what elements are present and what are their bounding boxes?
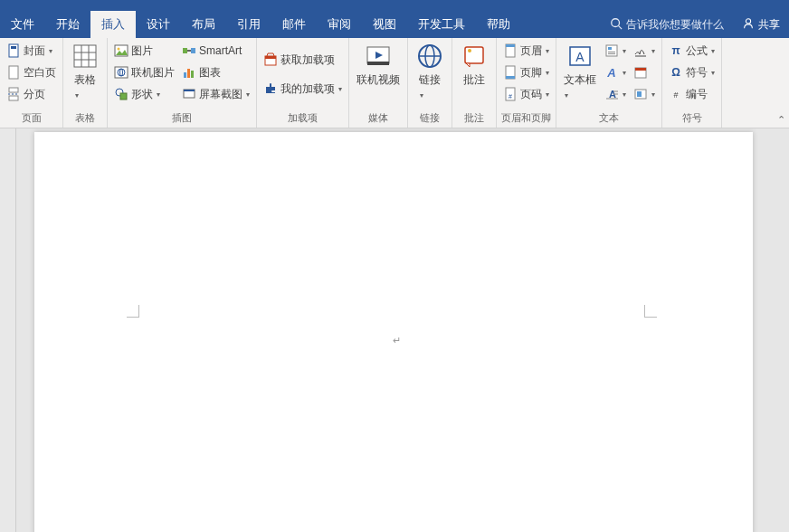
- chevron-down-icon: ▾: [546, 47, 549, 55]
- chevron-down-icon: ▾: [623, 69, 626, 77]
- shapes-label: 形状: [131, 87, 153, 102]
- svg-rect-7: [9, 96, 18, 100]
- header-button[interactable]: 页眉▾: [500, 40, 552, 62]
- smartart-button[interactable]: SmartArt: [179, 40, 252, 62]
- pictures-button[interactable]: 图片: [111, 40, 177, 62]
- object-button[interactable]: ▾: [631, 83, 658, 105]
- svg-rect-5: [9, 66, 18, 79]
- page-break-button[interactable]: 分页: [4, 83, 59, 105]
- group-illustrations: 图片 联机图片 形状▾ SmartArt 图表: [108, 38, 257, 128]
- svg-rect-46: [608, 47, 612, 50]
- pictures-icon: [114, 43, 128, 58]
- table-label: 表格: [74, 73, 96, 86]
- number-button[interactable]: # 编号: [666, 83, 718, 105]
- wordart-icon: A: [604, 65, 619, 80]
- menu-review[interactable]: 审阅: [317, 11, 362, 38]
- svg-rect-29: [265, 56, 276, 59]
- chevron-down-icon: ▾: [623, 47, 626, 55]
- group-symbols: π 公式▾ Ω 符号▾ # 编号 符号: [662, 38, 722, 128]
- svg-rect-22: [191, 48, 195, 53]
- signature-button[interactable]: ▾: [631, 40, 658, 62]
- svg-point-15: [118, 48, 120, 51]
- svg-rect-25: [191, 71, 194, 78]
- chevron-down-icon: ▾: [338, 85, 342, 93]
- svg-point-0: [612, 18, 620, 26]
- wordart-button[interactable]: A▾: [602, 62, 629, 83]
- svg-rect-21: [183, 48, 187, 53]
- menu-file[interactable]: 文件: [0, 11, 45, 38]
- header-label: 页眉: [520, 43, 542, 59]
- collapse-ribbon-button[interactable]: ⌃: [777, 114, 785, 126]
- onlinevideo-label: 联机视频: [356, 72, 400, 88]
- equation-button[interactable]: π 公式▾: [666, 40, 718, 62]
- table-button[interactable]: 表格▾: [67, 40, 103, 102]
- pagebreak-label: 分页: [24, 87, 45, 102]
- chevron-down-icon: ▾: [246, 90, 250, 99]
- group-pages: 封面▾ 空白页 分页 页面: [0, 38, 63, 128]
- group-media: 联机视频 媒体: [349, 38, 408, 128]
- chart-button[interactable]: 图表: [179, 62, 252, 83]
- chevron-down-icon: ▾: [546, 90, 549, 99]
- blank-page-icon: [6, 65, 21, 80]
- menu-view[interactable]: 视图: [362, 11, 407, 38]
- menu-help[interactable]: 帮助: [476, 11, 521, 38]
- page-number-button[interactable]: # 页码▾: [500, 83, 552, 105]
- symbol-icon: Ω: [669, 66, 683, 79]
- online-pictures-button[interactable]: 联机图片: [111, 62, 177, 83]
- menubar: 文件 开始 插入 设计 布局 引用 邮件 审阅 视图 开发工具 帮助 告诉我你想…: [0, 11, 789, 38]
- group-addins: 获取加载项 我的加载项▾ 加载项: [257, 38, 349, 128]
- links-button[interactable]: 链接▾: [412, 40, 448, 102]
- group-headerfooter: 页眉▾ 页脚▾ # 页码▾ 页眉和页脚: [497, 38, 556, 128]
- svg-rect-4: [11, 46, 16, 49]
- smartart-label: SmartArt: [199, 44, 242, 57]
- menu-insert[interactable]: 插入: [90, 11, 136, 38]
- chevron-down-icon: ▾: [49, 47, 52, 55]
- document-page[interactable]: [34, 132, 753, 532]
- svg-rect-20: [120, 93, 127, 100]
- number-label: 编号: [686, 87, 708, 102]
- shapes-button[interactable]: 形状▾: [111, 83, 177, 105]
- margin-marker-tl: [127, 305, 139, 318]
- get-addins-button[interactable]: 获取加载项: [261, 49, 345, 71]
- vertical-ruler[interactable]: [0, 128, 16, 532]
- cover-page-button[interactable]: 封面▾: [4, 40, 59, 62]
- svg-rect-58: [637, 91, 642, 97]
- textbox-icon: A: [566, 42, 594, 71]
- pagenum-icon: #: [503, 87, 518, 101]
- menu-layout[interactable]: 布局: [181, 11, 226, 38]
- cover-label: 封面: [24, 43, 45, 59]
- comment-button[interactable]: 批注: [456, 40, 492, 90]
- svg-rect-40: [506, 76, 515, 79]
- screenshot-button[interactable]: 屏幕截图▾: [179, 83, 252, 105]
- svg-point-36: [468, 49, 471, 52]
- tell-me-search[interactable]: 告诉我你想要做什么: [601, 11, 733, 38]
- group-illustrations-label: 插图: [111, 109, 252, 128]
- menu-design[interactable]: 设计: [136, 11, 181, 38]
- online-video-button[interactable]: 联机视频: [353, 40, 404, 90]
- textbox-button[interactable]: A 文本框▾: [560, 40, 600, 102]
- share-button[interactable]: 共享: [733, 11, 789, 38]
- chevron-down-icon: ▾: [651, 47, 655, 55]
- header-icon: [503, 43, 518, 58]
- menu-mailings[interactable]: 邮件: [271, 11, 317, 38]
- symbol-button[interactable]: Ω 符号▾: [666, 62, 718, 83]
- group-tables-label: 表格: [67, 109, 103, 128]
- group-text: A 文本框▾ ▾ A▾ A▾ ▾ ▾ 文本: [556, 38, 662, 128]
- chart-icon: [182, 65, 196, 80]
- blank-page-button[interactable]: 空白页: [4, 62, 59, 83]
- pictures-label: 图片: [131, 43, 153, 59]
- svg-rect-6: [9, 88, 18, 92]
- svg-rect-9: [74, 45, 96, 67]
- svg-rect-48: [608, 53, 615, 54]
- datetime-button[interactable]: [631, 62, 658, 83]
- menu-developer[interactable]: 开发工具: [407, 11, 476, 38]
- chevron-down-icon: ▾: [565, 91, 568, 100]
- svg-point-2: [746, 18, 750, 23]
- dropcap-button[interactable]: A▾: [602, 83, 629, 105]
- footer-button[interactable]: 页脚▾: [500, 62, 552, 83]
- my-addins-button[interactable]: 我的加载项▾: [261, 78, 345, 100]
- quick-parts-button[interactable]: ▾: [602, 40, 629, 62]
- svg-rect-45: [606, 45, 617, 56]
- menu-references[interactable]: 引用: [226, 11, 271, 38]
- menu-home[interactable]: 开始: [45, 11, 90, 38]
